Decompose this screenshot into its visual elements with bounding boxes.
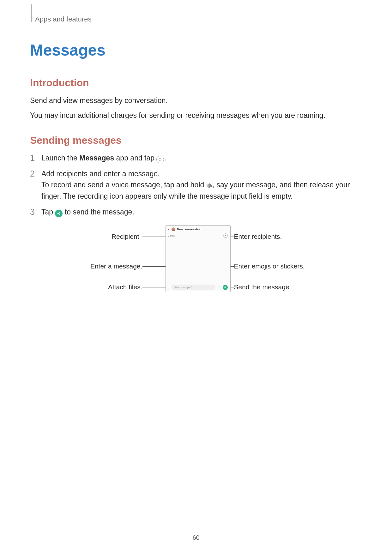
send-icon	[55, 210, 63, 217]
add-recipient-icon: +	[223, 233, 228, 238]
svg-rect-6	[211, 185, 212, 187]
avatar-icon	[172, 227, 175, 231]
svg-rect-3	[208, 184, 209, 188]
step-3: 3 Tap to send the message.	[30, 207, 362, 218]
callout-enter-message: Enter a message.	[89, 262, 142, 270]
phone-header: ‹ New conversation ⌄	[166, 226, 230, 232]
svg-rect-0	[159, 159, 161, 160]
compose-icon	[156, 156, 164, 163]
phone-message-input: Where are you?	[172, 285, 216, 290]
section-label: Apps and features	[35, 15, 362, 23]
step-number: 3	[30, 206, 35, 219]
step-number: 1	[30, 152, 35, 165]
phone-body	[166, 240, 230, 284]
back-icon: ‹	[168, 227, 170, 232]
svg-rect-5	[210, 184, 211, 187]
attach-icon: ›	[168, 285, 170, 290]
phone-input-row: › Where are you? ☺	[166, 283, 230, 292]
step-1: 1 Launch the Messages app and tap .	[30, 153, 362, 164]
leader-line	[142, 287, 168, 287]
step-text: Tap to send the message.	[41, 208, 134, 216]
sending-heading: Sending messages	[30, 135, 362, 146]
svg-rect-4	[209, 184, 210, 188]
svg-rect-1	[207, 185, 207, 186]
callout-enter-recipients: Enter recipients.	[234, 233, 282, 240]
phone-recipient-row: Jenny +	[166, 232, 230, 240]
messages-illustration: Recipient Enter a message. Attach files.…	[76, 225, 316, 298]
step-2: 2 Add recipients and enter a message. To…	[30, 168, 362, 202]
phone-title: New conversation	[177, 228, 202, 231]
header-rule	[31, 4, 32, 22]
emoji-icon: ☺	[217, 286, 220, 289]
callout-recipient: Recipient	[111, 233, 139, 240]
voice-record-icon	[206, 183, 213, 188]
leader-line	[142, 237, 166, 237]
page-title: Messages	[30, 41, 362, 59]
step-text: Launch the Messages app and tap .	[41, 154, 166, 162]
intro-p1: Send and view messages by conversation.	[30, 95, 362, 106]
send-icon	[223, 285, 228, 290]
sending-steps: 1 Launch the Messages app and tap . 2 Ad…	[30, 153, 362, 218]
callout-send-message: Send the message.	[234, 283, 291, 291]
step-text: Add recipients and enter a message. To r…	[41, 170, 350, 200]
intro-heading: Introduction	[30, 77, 362, 89]
phone-recipient-name: Jenny	[168, 234, 175, 237]
step-number: 2	[30, 167, 35, 181]
svg-rect-2	[208, 184, 208, 187]
chevron-down-icon: ⌄	[204, 228, 206, 231]
page-number: 60	[0, 534, 392, 541]
phone-mock: ‹ New conversation ⌄ Jenny + › Where are…	[166, 225, 231, 292]
intro-p2: You may incur additional charges for sen…	[30, 110, 362, 121]
callout-enter-emojis: Enter emojis or stickers.	[234, 262, 305, 270]
callout-attach-files: Attach files.	[108, 283, 142, 291]
manual-page: Apps and features Messages Introduction …	[0, 0, 392, 554]
